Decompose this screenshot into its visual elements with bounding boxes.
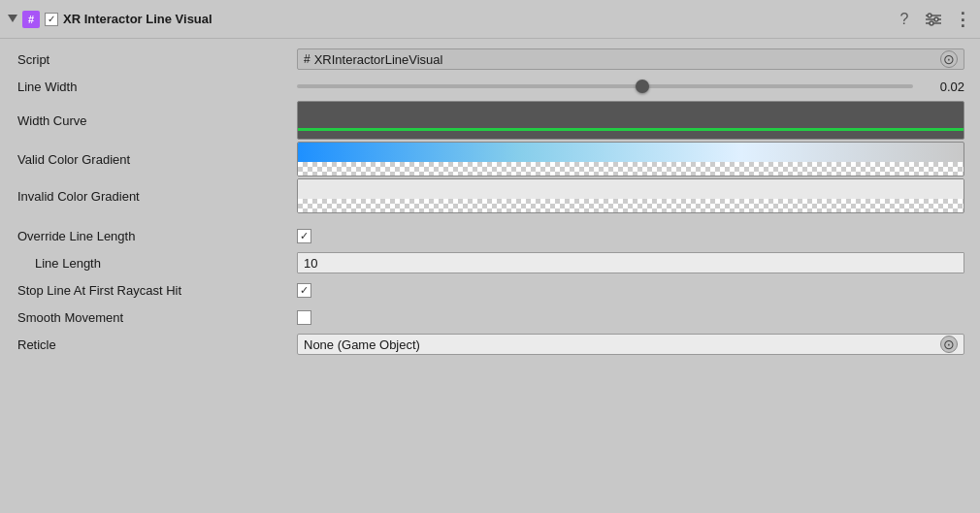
- slider-thumb[interactable]: [636, 80, 649, 93]
- collapse-arrow-icon[interactable]: [8, 15, 17, 24]
- line-width-row: Line Width 0.02: [16, 74, 964, 99]
- override-line-length-row: Override Line Length: [16, 223, 964, 248]
- invalid-color-gradient-preview[interactable]: [297, 178, 964, 213]
- valid-gradient-color: [298, 143, 964, 162]
- invalid-gradient-alpha: [298, 199, 964, 212]
- spacer-1: [16, 215, 964, 223]
- override-line-length-checkbox[interactable]: [297, 229, 311, 243]
- width-curve-label: Width Curve: [16, 113, 297, 128]
- reticle-label: Reticle: [16, 337, 297, 352]
- line-length-input[interactable]: [297, 252, 964, 273]
- width-curve-line: [298, 128, 964, 131]
- valid-gradient-alpha: [298, 162, 964, 176]
- script-row: Script # XRInteractorLineVisual ⊙: [16, 47, 964, 72]
- invalid-color-gradient-label: Invalid Color Gradient: [16, 189, 297, 204]
- reticle-select-button[interactable]: ⊙: [940, 336, 958, 353]
- smooth-movement-row: Smooth Movement: [16, 305, 964, 330]
- valid-color-gradient-preview[interactable]: [297, 142, 964, 176]
- smooth-movement-value: [297, 310, 964, 325]
- width-curve-row: Width Curve: [16, 101, 964, 140]
- reticle-field-container: None (Game Object) ⊙: [297, 334, 964, 355]
- script-field[interactable]: # XRInteractorLineVisual ⊙: [297, 48, 964, 70]
- override-line-length-value: [297, 229, 964, 243]
- width-curve-preview-container: [297, 101, 964, 140]
- inspector-panel: # XR Interactor Line Visual ? ⋮: [0, 0, 980, 367]
- stop-line-checkbox[interactable]: [297, 283, 311, 298]
- component-title: XR Interactor Line Visual: [63, 12, 212, 26]
- settings-icon[interactable]: [924, 10, 943, 29]
- svg-point-4: [934, 17, 938, 21]
- help-icon[interactable]: ?: [895, 10, 914, 29]
- header-icons: ? ⋮: [895, 10, 972, 29]
- line-length-label: Line Length: [16, 256, 297, 271]
- line-length-input-container: [297, 252, 964, 273]
- script-field-container: # XRInteractorLineVisual ⊙: [297, 48, 964, 70]
- svg-point-5: [930, 21, 933, 25]
- script-hash-icon: #: [304, 52, 310, 66]
- invalid-color-gradient-row: Invalid Color Gradient: [16, 178, 964, 213]
- line-length-row: Line Length: [16, 250, 964, 275]
- stop-line-label: Stop Line At First Raycast Hit: [16, 283, 297, 298]
- reticle-field[interactable]: None (Game Object) ⊙: [297, 334, 964, 355]
- line-width-value: 0.02: [921, 80, 964, 94]
- reticle-value: None (Game Object): [304, 337, 940, 352]
- header-left: # XR Interactor Line Visual: [8, 11, 889, 28]
- override-line-length-label: Override Line Length: [16, 229, 297, 243]
- width-curve-preview[interactable]: [297, 101, 964, 140]
- invalid-gradient-container: [297, 178, 964, 213]
- line-width-label: Line Width: [16, 80, 297, 94]
- component-enabled-checkbox[interactable]: [45, 13, 58, 26]
- svg-point-3: [928, 14, 931, 17]
- component-header: # XR Interactor Line Visual ? ⋮: [0, 0, 980, 39]
- valid-color-gradient-label: Valid Color Gradient: [16, 152, 297, 167]
- line-width-slider-container: 0.02: [297, 80, 964, 94]
- invalid-gradient-color: [298, 179, 964, 199]
- script-value: XRInteractorLineVisual: [314, 52, 936, 67]
- component-content: Script # XRInteractorLineVisual ⊙ Line W…: [0, 39, 980, 367]
- stop-line-value: [297, 283, 964, 298]
- more-options-icon[interactable]: ⋮: [953, 10, 972, 29]
- smooth-movement-checkbox[interactable]: [297, 310, 311, 325]
- script-label: Script: [16, 52, 297, 67]
- valid-gradient-container: [297, 142, 964, 176]
- line-width-slider: 0.02: [297, 80, 964, 94]
- smooth-movement-label: Smooth Movement: [16, 310, 297, 325]
- reticle-row: Reticle None (Game Object) ⊙: [16, 332, 964, 357]
- valid-color-gradient-row: Valid Color Gradient: [16, 142, 964, 176]
- slider-track[interactable]: [297, 84, 913, 88]
- script-select-button[interactable]: ⊙: [940, 50, 958, 68]
- component-type-badge: #: [22, 11, 40, 28]
- stop-line-row: Stop Line At First Raycast Hit: [16, 277, 964, 303]
